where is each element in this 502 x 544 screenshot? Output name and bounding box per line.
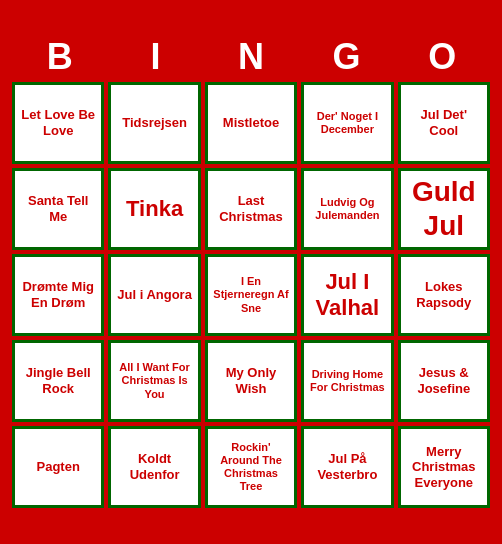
cell-r4-c1: Koldt Udenfor <box>108 426 200 508</box>
bingo-letter: B <box>16 36 104 78</box>
cell-r1-c3: Ludvig Og Julemanden <box>301 168 393 250</box>
cell-r1-c1: Tinka <box>108 168 200 250</box>
cell-r0-c3: Der' Noget I December <box>301 82 393 164</box>
cell-r2-c3: Jul I Valhal <box>301 254 393 336</box>
cell-r0-c1: Tidsrejsen <box>108 82 200 164</box>
bingo-letter: O <box>398 36 486 78</box>
cell-r2-c0: Drømte Mig En Drøm <box>12 254 104 336</box>
bingo-card: BINGO Let Love Be LoveTidsrejsenMistleto… <box>6 30 496 514</box>
cell-r0-c2: Mistletoe <box>205 82 297 164</box>
bingo-letter: I <box>111 36 199 78</box>
cell-r3-c3: Driving Home For Christmas <box>301 340 393 422</box>
cell-r4-c0: Pagten <box>12 426 104 508</box>
cell-r1-c2: Last Christmas <box>205 168 297 250</box>
cell-r1-c0: Santa Tell Me <box>12 168 104 250</box>
bingo-letter: N <box>207 36 295 78</box>
bingo-letter: G <box>303 36 391 78</box>
cell-r0-c0: Let Love Be Love <box>12 82 104 164</box>
bingo-grid: Let Love Be LoveTidsrejsenMistletoeDer' … <box>12 82 490 508</box>
cell-r4-c4: Merry Christmas Everyone <box>398 426 490 508</box>
cell-r1-c4: Guld Jul <box>398 168 490 250</box>
cell-r3-c4: Jesus & Josefine <box>398 340 490 422</box>
cell-r3-c1: All I Want For Christmas Is You <box>108 340 200 422</box>
cell-r4-c3: Jul På Vesterbro <box>301 426 393 508</box>
cell-r2-c1: Jul i Angora <box>108 254 200 336</box>
cell-r0-c4: Jul Det' Cool <box>398 82 490 164</box>
cell-r3-c0: Jingle Bell Rock <box>12 340 104 422</box>
cell-r2-c4: Lokes Rapsody <box>398 254 490 336</box>
bingo-header: BINGO <box>12 36 490 78</box>
cell-r2-c2: I En Stjerneregn Af Sne <box>205 254 297 336</box>
cell-r3-c2: My Only Wish <box>205 340 297 422</box>
cell-r4-c2: Rockin' Around The Christmas Tree <box>205 426 297 508</box>
